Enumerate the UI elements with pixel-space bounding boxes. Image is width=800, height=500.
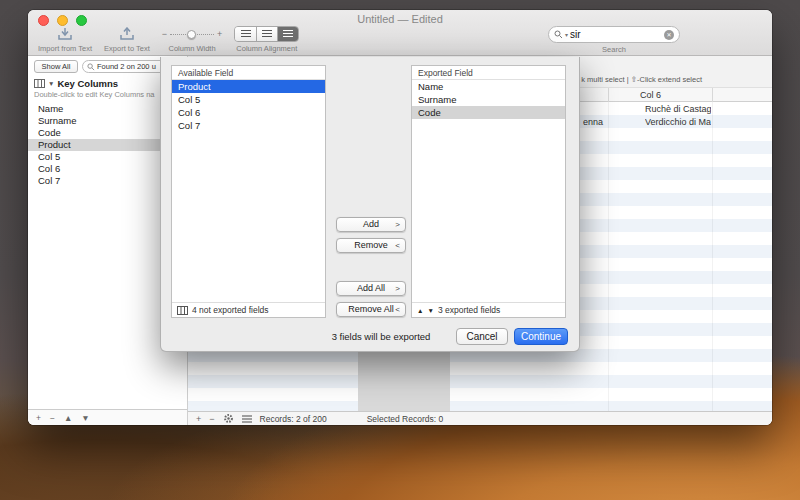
align-right-icon [283,30,293,38]
sidebar-bottom-bar: + − ▲ ▼ [28,409,187,425]
export-summary-text: 3 fields will be exported [311,331,451,342]
not-exported-count: 4 not exported fields [192,305,269,315]
toolbar: Import from Text Export to Text [28,26,772,56]
column-header-col6[interactable]: Col 6 [640,90,661,100]
import-label: Import from Text [38,44,92,53]
exported-item-surname[interactable]: Surname [412,93,565,106]
column-separator [608,88,609,102]
exported-fields-listbox: Exported Field Name Surname Code ▲ ▼ 3 e… [411,65,566,318]
column-gridline [712,102,713,411]
available-item-col7[interactable]: Col 7 [172,119,325,132]
table-cell[interactable]: enna [583,117,607,127]
available-fields-listbox: Available Field Product Col 5 Col 6 Col … [171,65,326,318]
desktop-wallpaper: Untitled — Edited Import from Text [0,0,800,500]
records-count: Records: 2 of 200 [260,414,327,424]
chevron-right-icon: > [395,282,400,295]
move-up-icon[interactable]: ▲ [64,413,72,423]
table-columns-icon [177,306,188,315]
align-center-segment[interactable] [256,27,277,41]
align-center-icon [262,30,272,38]
clear-search-icon[interactable]: ✕ [664,30,674,40]
search-label: Search [548,45,680,54]
exported-item-name[interactable]: Name [412,80,565,93]
app-window: Untitled — Edited Import from Text [28,10,772,425]
available-fields-header: Available Field [172,66,325,80]
chevron-left-icon: < [395,239,400,252]
chevron-left-icon: < [395,303,400,316]
remove-button[interactable]: Remove < [336,238,406,253]
toolbar-search: ▾ sir ✕ Search [548,26,680,54]
remove-column-icon[interactable]: − [50,413,55,423]
add-column-icon[interactable]: + [36,413,41,423]
column-width-control: − + Column Width [162,26,223,53]
remove-record-icon[interactable]: − [209,414,214,424]
add-record-icon[interactable]: + [196,414,201,424]
slider-knob[interactable] [187,30,196,39]
available-fields-footer: 4 not exported fields [172,302,325,317]
gear-icon[interactable] [223,413,234,424]
selection-hint-text: k multi select | ⇧-Click extend select [581,75,702,84]
export-label: Export to Text [104,44,150,53]
align-left-icon [241,30,251,38]
continue-button[interactable]: Continue [514,328,568,345]
search-value: sir [570,29,662,40]
column-alignment-control: Column Alignment [234,26,299,53]
export-tray-icon [117,26,137,42]
window-title: Untitled — Edited [28,13,772,25]
remove-all-button[interactable]: Remove All < [336,302,406,317]
reorder-up-icon[interactable]: ▲ [417,307,423,314]
search-scope-chevron-icon[interactable]: ▾ [565,31,568,38]
disclosure-triangle-icon[interactable]: ▼ [48,80,54,87]
column-alignment-label: Column Alignment [236,44,297,53]
export-to-text-button[interactable]: Export to Text [104,26,150,53]
status-bar: + − Records: 2 of 200 Selected Records: … [188,411,772,425]
exported-count: 3 exported fields [438,305,500,315]
exported-item-code[interactable]: Code [412,106,565,119]
export-fields-dialog: Available Field Product Col 5 Col 6 Col … [160,57,580,352]
section-title: Key Columns [57,78,118,89]
alignment-segmented-control [234,26,299,42]
selected-records-count: Selected Records: 0 [367,414,444,424]
align-left-segment[interactable] [235,27,256,41]
column-width-slider[interactable] [170,30,214,39]
available-item-col5[interactable]: Col 5 [172,93,325,106]
reorder-down-icon[interactable]: ▼ [427,307,433,314]
filter-result-text: Found 2 on 200 u [97,62,156,71]
cancel-button[interactable]: Cancel [456,328,508,345]
table-columns-icon [34,79,45,88]
align-right-segment[interactable] [277,27,298,41]
search-icon [554,30,563,39]
available-item-col6[interactable]: Col 6 [172,106,325,119]
width-minus-icon[interactable]: − [162,29,167,39]
add-button[interactable]: Add > [336,217,406,232]
window-chrome: Untitled — Edited Import from Text [28,10,772,56]
table-cell[interactable]: Ruchè di Castag [645,104,711,114]
search-input[interactable]: ▾ sir ✕ [548,26,680,43]
column-separator [712,88,713,102]
column-width-label: Column Width [168,44,215,53]
search-icon [87,63,95,71]
table-cell[interactable]: Verdicchio di Mat [645,117,711,127]
add-all-button[interactable]: Add All > [336,281,406,296]
available-item-product[interactable]: Product [172,80,325,93]
move-down-icon[interactable]: ▼ [81,413,89,423]
show-all-button[interactable]: Show All [34,60,78,73]
column-gridline [608,102,609,411]
width-plus-icon[interactable]: + [217,29,222,39]
list-menu-icon[interactable] [242,415,252,423]
import-tray-icon [55,26,75,42]
exported-fields-header: Exported Field [412,66,565,80]
chevron-right-icon: > [395,218,400,231]
exported-fields-footer: ▲ ▼ 3 exported fields [412,302,565,317]
import-from-text-button[interactable]: Import from Text [38,26,92,53]
